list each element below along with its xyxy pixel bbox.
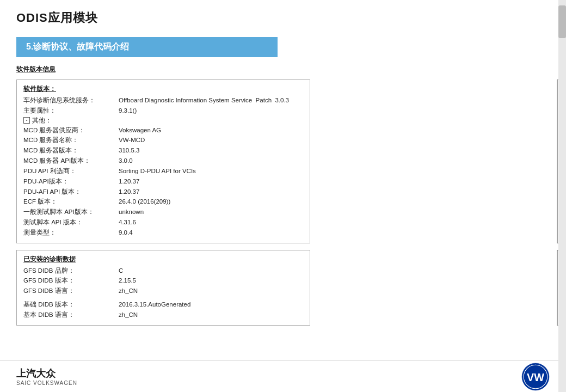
row-test-script-api: 一般测试脚本 API版本： unknown [23, 207, 303, 217]
value-pdu-api-version: 1.20.37 [119, 177, 139, 187]
row-pdu-api-supplier: PDU API 利选商： Sorting D-PDU API for VCIs [23, 167, 303, 176]
footer-brand: 上汽大众 SAIC VOLKSWAGEN [16, 367, 77, 386]
label-pdu-api-version: PDU-API版本： [23, 177, 119, 187]
row-mcd-supplier: MCD 服务器供应商： Vokswagen AG [23, 126, 303, 136]
row-mcd-name: MCD 服务器名称： VW-MCD [23, 136, 303, 145]
row-gfs-version: GFS DIDB 版本： 2.15.5 [23, 276, 303, 286]
label-pdu-api-supplier: PDU API 利选商： [23, 167, 119, 176]
label-other: 其他： [32, 117, 52, 125]
value-mcd-name: VW-MCD [119, 136, 145, 145]
brand-chinese: 上汽大众 [16, 367, 77, 380]
vw-logo: VW [521, 363, 550, 391]
value-measure-type: 9.0.4 [119, 228, 133, 238]
value-gfs-version: 2.15.5 [119, 276, 136, 286]
row-base-lang: 基本 DIDB 语言： zh_CN [23, 310, 303, 320]
other-checkbox[interactable]: - [23, 117, 30, 124]
row-mcd-version: MCD 服务器版本： 310.5.3 [23, 146, 303, 156]
label-main-props: 主要属性： [23, 106, 119, 116]
value-test-script-api2: 4.31.6 [119, 218, 136, 228]
footer: 上汽大众 SAIC VOLKSWAGEN VW [0, 360, 566, 392]
row-test-script-api2: 测试脚本 API 版本： 4.31.6 [23, 218, 303, 228]
label-test-script-api2: 测试脚本 API 版本： [23, 218, 119, 228]
row-vehicle-service: 车外诊断信息系统服务： Offboard Diagnostic Informat… [23, 96, 303, 106]
label-mcd-api: MCD 服务器 API版本： [23, 156, 119, 166]
label-measure-type: 测量类型： [23, 228, 119, 238]
value-gfs-brand: C [119, 266, 123, 276]
subsection-title: 软件版本信息 [16, 65, 550, 74]
software-version-box: 软件版本： 车外诊断信息系统服务： Offboard Diagnostic In… [16, 79, 310, 243]
value-pdu-afi-version: 1.20.37 [119, 187, 139, 197]
row-mcd-api: MCD 服务器 API版本： 3.0.0 [23, 156, 303, 166]
label-mcd-supplier: MCD 服务器供应商： [23, 126, 119, 136]
label-base-lang: 基本 DIDB 语言： [23, 310, 119, 320]
label-gfs-lang: GFS DIDB 语言： [23, 286, 119, 296]
vehicle-data-wrapper: 已安装的诊断数据 GFS DIDB 品牌： C GFS DIDB 版本： 2.1… [16, 250, 550, 326]
brand-english: SAIC VOLKSWAGEN [16, 380, 77, 386]
row-pdu-api-version: PDU-API版本： 1.20.37 [23, 177, 303, 187]
row-gfs-brand: GFS DIDB 品牌： C [23, 266, 303, 276]
row-main-props: 主要属性： 9.3.1() [23, 106, 303, 116]
value-vehicle-service: Offboard Diagnostic Information System S… [119, 96, 289, 106]
page-title: ODIS应用模块 [0, 0, 566, 32]
label-gfs-version: GFS DIDB 版本： [23, 276, 119, 286]
row-other: - 其他： [23, 117, 303, 125]
label-gfs-brand: GFS DIDB 品牌： [23, 266, 119, 276]
software-version-wrapper: 软件版本： 车外诊断信息系统服务： Offboard Diagnostic In… [16, 79, 550, 243]
value-pdu-api-supplier: Sorting D-PDU API for VCIs [119, 167, 196, 176]
value-test-script-api: unknown [119, 207, 144, 217]
label-ecf-version: ECF 版本： [23, 197, 119, 207]
content-area: 软件版本信息 软件版本： 车外诊断信息系统服务： Offboard Diagno… [0, 65, 566, 326]
label-test-script-api: 一般测试脚本 API版本： [23, 207, 119, 217]
value-mcd-version: 310.5.3 [119, 146, 139, 156]
row-gfs-lang: GFS DIDB 语言： zh_CN [23, 286, 303, 296]
label-mcd-name: MCD 服务器名称： [23, 136, 119, 145]
svg-text:VW: VW [527, 371, 544, 383]
value-mcd-api: 3.0.0 [119, 156, 133, 166]
vehicle-data-box: 已安装的诊断数据 GFS DIDB 品牌： C GFS DIDB 版本： 2.1… [16, 250, 310, 326]
scrollbar-thumb[interactable] [558, 5, 566, 38]
label-pdu-afi-version: PDU-AFI API 版本： [23, 187, 119, 197]
value-ecf-version: 26.4.0 (2016(209)) [119, 197, 170, 207]
value-base-version: 2016.3.15.AutoGenerated [119, 300, 190, 310]
row-ecf-version: ECF 版本： 26.4.0 (2016(209)) [23, 197, 303, 207]
value-main-props: 9.3.1() [119, 106, 137, 116]
value-base-lang: zh_CN [119, 310, 138, 320]
row-measure-type: 测量类型： 9.0.4 [23, 228, 303, 238]
label-base-version: 基础 DIDB 版本： [23, 300, 119, 310]
row-pdu-afi-version: PDU-AFI API 版本： 1.20.37 [23, 187, 303, 197]
section-header: 5.诊断协议、故障代码介绍 [16, 37, 278, 57]
value-mcd-supplier: Vokswagen AG [119, 126, 161, 136]
software-version-box-title: 软件版本： [23, 84, 303, 94]
vehicle-data-box-title: 已安装的诊断数据 [23, 255, 303, 264]
label-mcd-version: MCD 服务器版本： [23, 146, 119, 156]
row-base-version: 基础 DIDB 版本： 2016.3.15.AutoGenerated [23, 300, 303, 310]
scrollbar[interactable] [558, 0, 566, 392]
label-vehicle-service: 车外诊断信息系统服务： [23, 96, 119, 106]
value-gfs-lang: zh_CN [119, 286, 138, 296]
